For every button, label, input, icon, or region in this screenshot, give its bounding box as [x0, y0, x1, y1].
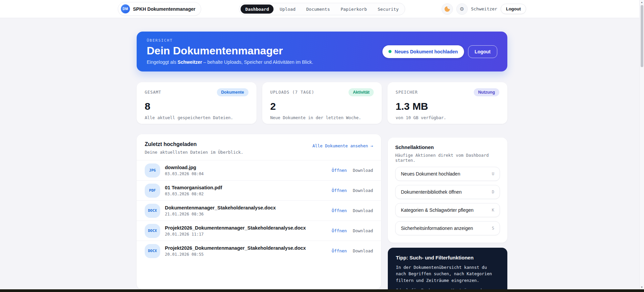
file-name: Projekt2026_Dokumentenmanager_Stakeholde…	[165, 245, 327, 251]
tip-panel: Tipp: Such- und Filterfunktionen In der …	[388, 248, 507, 292]
quick-action-library-button[interactable]: Dokumentenbibliothek öffnen D	[395, 185, 500, 199]
stat-label: SPEICHER	[396, 90, 418, 95]
app-logo: DM	[121, 4, 130, 13]
download-file-link[interactable]: Download	[353, 208, 373, 213]
hero-banner: ÜBERSICHT Dein Dokumentenmanager Eingelo…	[137, 32, 507, 71]
file-name: Projekt2026_Dokumentenmanager_Stakeholde…	[165, 225, 327, 231]
upload-document-button[interactable]: Neues Dokument hochladen	[382, 45, 464, 58]
hero-subtitle-suffix: – behalte Uploads, Speicher und Aktivitä…	[202, 59, 313, 65]
hero-eyebrow: ÜBERSICHT	[147, 38, 313, 43]
stat-value: 2	[270, 101, 374, 112]
main-nav: Dashboard Upload Documents Papierkorb Se…	[239, 3, 405, 15]
page-title: Dein Dokumentenmanager	[147, 45, 313, 57]
file-date: 20.01.2026 08:55	[165, 252, 327, 257]
file-date: 03.03.2026 08:04	[165, 172, 327, 176]
shortcut-key: U	[492, 172, 494, 176]
file-name: 01 Teamorganisation.pdf	[165, 185, 327, 190]
hero-subtitle-user: Schweitzer	[178, 59, 202, 65]
table-row: PDF 01 Teamorganisation.pdf 03.03.2026 0…	[137, 180, 381, 200]
bottom-bar	[0, 289, 644, 292]
tip-title: Tipp: Such- und Filterfunktionen	[396, 255, 499, 260]
tab-dashboard[interactable]: Dashboard	[241, 4, 274, 13]
file-date: 20.01.2026 11:17	[165, 232, 327, 237]
file-type-badge: JPG	[145, 163, 160, 178]
recent-uploads-panel: Zuletzt hochgeladen Deine aktuellsten Da…	[137, 134, 381, 289]
download-file-link[interactable]: Download	[353, 188, 373, 193]
tab-papierkorb[interactable]: Papierkorb	[336, 4, 371, 13]
moon-icon	[445, 6, 450, 12]
file-type-badge: DOCX	[145, 224, 160, 238]
quick-actions-subtitle: Häufige Aktionen direkt vom Dashboard st…	[395, 153, 500, 163]
stat-badge: Aktivität	[349, 88, 374, 96]
open-file-link[interactable]: Öffnen	[332, 228, 347, 233]
stat-card-speicher: SPEICHER Nutzung 1.3 MB von 10 GB verfüg…	[387, 82, 507, 124]
hero-logout-button[interactable]: Logout	[468, 45, 497, 58]
scrollbar-thumb[interactable]	[641, 5, 643, 67]
download-file-link[interactable]: Download	[353, 228, 373, 233]
file-type-badge: DOCX	[145, 204, 160, 218]
stats-row: GESAMT Dokumente 8 Alle aktuell gespeich…	[137, 82, 507, 124]
upload-document-button-label: Neues Dokument hochladen	[395, 49, 458, 54]
file-type-badge: DOCX	[145, 244, 160, 258]
open-file-link[interactable]: Öffnen	[332, 168, 347, 173]
user-name: Schweitzer	[471, 6, 497, 11]
quick-action-upload-button[interactable]: Neues Dokument hochladen U	[395, 167, 500, 181]
stat-description: Neue Dokumente in der letzten Woche.	[270, 115, 374, 120]
shortcut-key: D	[492, 190, 494, 194]
table-row: JPG download.jpg 03.03.2026 08:04 Öffnen…	[137, 160, 381, 180]
gear-icon: ⚙	[460, 6, 464, 11]
shortcut-key: S	[492, 226, 494, 231]
file-type-badge: PDF	[145, 184, 160, 198]
stat-badge: Nutzung	[474, 88, 499, 96]
hero-text: ÜBERSICHT Dein Dokumentenmanager Eingelo…	[147, 38, 313, 65]
table-row: DOCX Projekt2026_Dokumentenmanager_Stake…	[137, 241, 381, 261]
quick-action-categories-button[interactable]: Kategorien & Schlagwörter pflegen K	[395, 203, 500, 217]
tab-upload[interactable]: Upload	[275, 4, 300, 13]
navbar-logout-button[interactable]: Logout	[501, 4, 526, 14]
tab-documents[interactable]: Documents	[302, 4, 334, 13]
status-dot-icon	[388, 50, 392, 53]
stat-card-uploads: UPLOADS (7 TAGE) Aktivität 2 Neue Dokume…	[262, 82, 382, 124]
recent-uploads-subtitle: Deine aktuellsten Dateien im Überblick.	[145, 150, 243, 155]
quick-actions-panel: Schnellaktionen Häufige Aktionen direkt …	[388, 138, 507, 243]
hero-subtitle: Eingeloggt als Schweitzer – behalte Uplo…	[147, 59, 313, 65]
stat-label: UPLOADS (7 TAGE)	[270, 90, 315, 95]
recent-uploads-title: Zuletzt hochgeladen	[145, 141, 243, 147]
stat-description: von 10 GB verfügbar.	[396, 115, 499, 120]
file-name: Dokumentenmanager_Stakeholderanalyse.doc…	[165, 205, 327, 210]
scroll-up-arrow-icon[interactable]: ▲	[641, 0, 643, 4]
quick-action-label: Kategorien & Schlagwörter pflegen	[401, 207, 473, 213]
table-row: DOCX Dokumentenmanager_Stakeholderanalys…	[137, 200, 381, 221]
open-file-link[interactable]: Öffnen	[332, 188, 347, 193]
file-name: download.jpg	[165, 165, 327, 170]
stat-label: GESAMT	[145, 90, 161, 95]
download-file-link[interactable]: Download	[353, 248, 373, 253]
top-navbar: DM SPKH Dokumentenmanager Dashboard Uplo…	[0, 0, 644, 18]
quick-actions-title: Schnellaktionen	[395, 144, 500, 150]
scroll-down-arrow-icon[interactable]: ▼	[641, 285, 643, 289]
theme-toggle-button[interactable]	[442, 3, 453, 15]
scrollbar: ▲ ▼	[639, 0, 644, 289]
app-brand: DM SPKH Dokumentenmanager	[118, 2, 201, 16]
stat-value: 8	[145, 101, 248, 112]
file-date: 21.01.2026 08:36	[165, 212, 327, 216]
open-file-link[interactable]: Öffnen	[332, 208, 347, 213]
open-file-link[interactable]: Öffnen	[332, 248, 347, 253]
quick-action-security-button[interactable]: Sicherheitsinformationen anzeigen S	[395, 221, 500, 235]
quick-action-label: Sicherheitsinformationen anzeigen	[401, 226, 473, 231]
stat-badge: Dokumente	[217, 88, 248, 96]
hero-subtitle-prefix: Eingeloggt als	[147, 59, 178, 65]
download-file-link[interactable]: Download	[353, 168, 373, 173]
settings-button[interactable]: ⚙	[456, 3, 468, 15]
stat-card-gesamt: GESAMT Dokumente 8 Alle aktuell gespeich…	[137, 82, 257, 124]
stat-description: Alle aktuell gespeicherten Dateien.	[145, 115, 248, 120]
view-all-documents-link[interactable]: Alle Dokumente ansehen →	[312, 143, 373, 148]
table-row: DOCX Projekt2026_Dokumentenmanager_Stake…	[137, 221, 381, 241]
file-date: 03.03.2026 08:02	[165, 192, 327, 196]
tab-security[interactable]: Security	[373, 4, 404, 13]
app-title: SPKH Dokumentenmanager	[133, 6, 195, 12]
quick-action-label: Dokumentenbibliothek öffnen	[401, 189, 462, 195]
quick-action-label: Neues Dokument hochladen	[401, 171, 460, 177]
tip-body: In der Dokumentenübersicht kannst du nac…	[396, 264, 499, 284]
stat-value: 1.3 MB	[396, 101, 499, 112]
